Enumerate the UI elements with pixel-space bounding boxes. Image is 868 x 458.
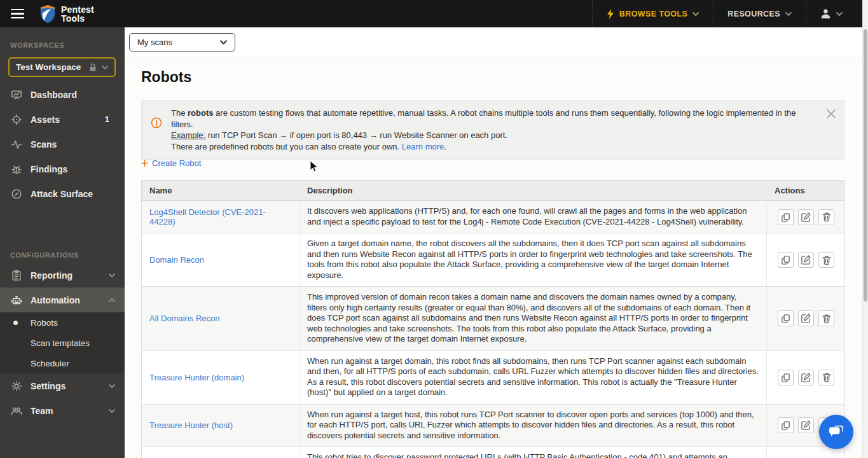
shield-logo-icon [39, 4, 56, 24]
chat-widget-button[interactable] [819, 415, 853, 449]
user-menu[interactable] [806, 0, 857, 27]
sidebar: WORKSPACES Test Workspace Dashboard Asse… [0, 27, 125, 458]
sidebar-item-team[interactable]: Team [0, 398, 125, 423]
sidebar-item-findings[interactable]: Findings [0, 156, 125, 181]
chevron-down-icon [836, 12, 843, 16]
robots-table: Name Description Actions Log4Shell Detec… [141, 180, 844, 458]
sidebar-item-reporting[interactable]: Reporting [0, 263, 125, 288]
edit-icon [801, 420, 811, 431]
create-robot-button[interactable]: Create Robot [141, 158, 201, 168]
plus-icon [141, 160, 148, 167]
chevron-down-icon [220, 40, 227, 45]
sidebar-item-automation[interactable]: Automation [0, 288, 125, 312]
bug-icon [11, 163, 22, 175]
sidebar-item-robots[interactable]: Robots [0, 312, 125, 333]
sidebar-item-scan-templates[interactable]: Scan templates [0, 333, 125, 353]
table-row: All Domains Recon This improved version … [142, 287, 844, 351]
info-banner: The robots are custom testing flows that… [141, 100, 844, 160]
workspace-selector[interactable]: Test Workspace [8, 57, 116, 77]
copy-button[interactable] [778, 417, 794, 433]
scans-filter-value: My scans [137, 38, 220, 47]
bolt-icon [607, 9, 614, 19]
sidebar-item-dashboard[interactable]: Dashboard [0, 82, 125, 107]
clipboard-icon [11, 270, 22, 281]
sidebar-item-scans[interactable]: Scans [0, 132, 125, 156]
table-header-row: Name Description Actions [142, 181, 844, 201]
scans-filter-select[interactable]: My scans [129, 33, 235, 52]
edit-icon [801, 313, 811, 324]
edit-button[interactable] [798, 310, 814, 326]
gear-icon [11, 380, 22, 392]
edit-button[interactable] [798, 417, 814, 433]
sidebar-item-scheduler[interactable]: Scheduler [0, 353, 125, 373]
table-row: Log4Shell Detector (CVE-2021-44228) It d… [142, 201, 844, 233]
top-navbar: Pentest Tools BROWSE TOOLS RESOURCES [0, 0, 868, 27]
main-content: Robots The robots are custom testing flo… [125, 57, 862, 458]
sidebar-item-attack-surface[interactable]: Attack Surface [0, 181, 125, 206]
robot-name-link[interactable]: Domain Recon [149, 255, 204, 265]
sidebar-item-assets[interactable]: Assets 1 [0, 107, 125, 132]
robot-description: This improved version of domain recon ta… [300, 287, 767, 350]
workspace-name: Test Workspace [16, 62, 89, 72]
delete-button[interactable] [818, 310, 834, 326]
chevron-up-icon [109, 298, 115, 302]
edit-icon [801, 372, 811, 383]
robot-name-link[interactable]: All Domains Recon [149, 314, 220, 323]
copy-button[interactable] [778, 252, 794, 268]
copy-icon [780, 420, 791, 431]
delete-button[interactable] [818, 252, 834, 268]
browse-tools-label: BROWSE TOOLS [619, 10, 687, 18]
close-icon[interactable] [827, 109, 836, 118]
robot-description: It discovers web applications (HTTP/S) a… [300, 201, 767, 233]
resources-menu[interactable]: RESOURCES [713, 0, 806, 27]
banner-line-3: There are predefined robots but you can … [171, 141, 815, 153]
resources-label: RESOURCES [727, 10, 780, 18]
vertical-scrollbar [862, 0, 868, 458]
delete-icon [822, 372, 832, 382]
robot-description: When run against a target domain, this r… [300, 351, 767, 404]
browse-tools-menu[interactable]: BROWSE TOOLS [592, 0, 713, 27]
edit-button[interactable] [798, 209, 814, 225]
chevron-down-icon [109, 384, 115, 388]
chat-icon [827, 422, 846, 441]
menu-icon[interactable] [0, 0, 34, 27]
info-icon [151, 117, 162, 128]
banner-line-1: The robots are custom testing flows that… [171, 108, 815, 130]
robot-name-link[interactable]: Treasure Hunter (domain) [149, 373, 244, 382]
table-row: Domain Recon Given a target domain name,… [142, 233, 844, 287]
edit-button[interactable] [798, 370, 814, 385]
table-row: Auto HTTP Login Bruteforcer This robot t… [142, 447, 844, 458]
copy-button[interactable] [778, 209, 794, 225]
chevron-down-icon [109, 409, 115, 413]
robot-description: Given a target domain name, the robot di… [300, 233, 767, 286]
table-row: Treasure Hunter (host) When run against … [142, 405, 844, 448]
edit-button[interactable] [798, 252, 814, 268]
copy-icon [780, 254, 791, 265]
chevron-down-icon [692, 12, 699, 16]
scrollbar-thumb[interactable] [864, 29, 867, 302]
robot-description: This robot tries to discover password pr… [300, 447, 767, 458]
column-header-actions: Actions [767, 181, 845, 200]
copy-button[interactable] [778, 370, 794, 385]
lock-icon [89, 63, 97, 72]
assets-count-badge: 1 [105, 114, 109, 124]
delete-button[interactable] [818, 370, 834, 385]
user-icon [820, 8, 831, 19]
column-header-name: Name [142, 181, 300, 200]
delete-button[interactable] [818, 209, 834, 225]
edit-icon [801, 254, 811, 265]
active-item-dot [13, 321, 18, 325]
automation-submenu: Robots Scan templates Scheduler [0, 312, 125, 373]
learn-more-link[interactable]: Learn more [402, 142, 444, 151]
delete-icon [822, 212, 832, 222]
create-robot-label: Create Robot [152, 158, 201, 168]
copy-button[interactable] [778, 310, 794, 326]
assets-icon [11, 114, 22, 125]
top-strip: My scans [125, 27, 862, 57]
page-title: Robots [141, 69, 191, 86]
sidebar-item-settings[interactable]: Settings [0, 373, 125, 398]
robot-name-link[interactable]: Treasure Hunter (host) [149, 420, 233, 430]
chevron-down-icon [102, 66, 108, 69]
pentest-tools-logo[interactable]: Pentest Tools [39, 4, 94, 24]
robot-name-link[interactable]: Log4Shell Detector (CVE-2021-44228) [149, 207, 291, 226]
